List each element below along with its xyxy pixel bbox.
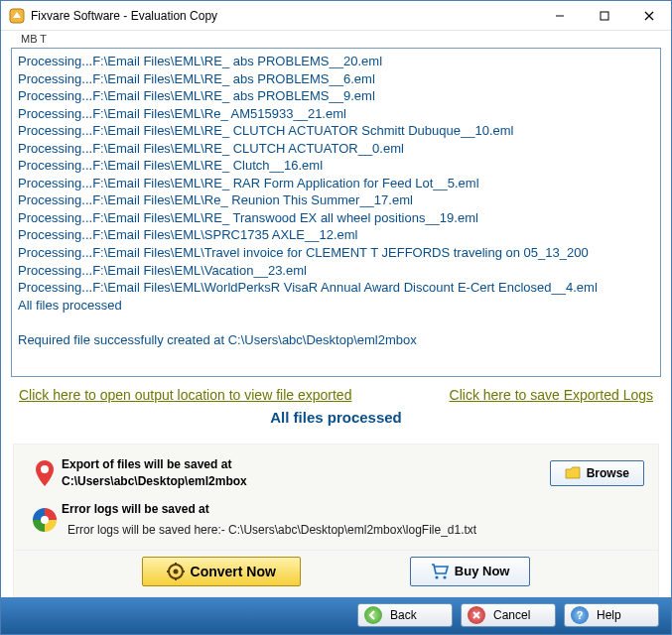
location-pin-icon (28, 458, 62, 488)
help-label: Help (597, 608, 621, 622)
error-text: Error logs will be saved at Error logs w… (62, 501, 535, 540)
log-line: Processing...F:\Email Files\EML\SPRC1735… (18, 226, 654, 244)
svg-point-8 (173, 569, 178, 573)
buy-label: Buy Now (455, 564, 510, 578)
log-line: Processing...F:\Email Files\EML\RE_ abs … (18, 70, 654, 88)
export-label: Export of files will be saved at (62, 456, 535, 473)
bottom-panel: Export of files will be saved at C:\User… (13, 444, 659, 551)
svg-point-13 (435, 575, 438, 578)
log-line: Processing...F:\Email Files\EML\RE_ CLUT… (18, 140, 654, 158)
log-line: Processing...F:\Email Files\EML\Re_ AM51… (18, 105, 654, 123)
log-line: Processing...F:\Email Files\EML\Vacation… (18, 262, 654, 280)
cancel-label: Cancel (493, 608, 530, 622)
log-line: Processing...F:\Email Files\EML\RE_ RAR … (18, 175, 654, 192)
convert-now-button[interactable]: Convert Now (142, 557, 301, 586)
action-bar: Convert Now Buy Now (13, 551, 659, 597)
close-button[interactable] (626, 1, 671, 30)
titlebar: Fixvare Software - Evaluation Copy (1, 1, 671, 31)
cancel-button[interactable]: Cancel (461, 603, 556, 627)
log-output[interactable]: Processing...F:\Email Files\EML\RE_ abs … (12, 49, 660, 376)
export-row: Export of files will be saved at C:\User… (28, 456, 644, 491)
log-line: Processing...F:\Email Files\EML\Travel i… (18, 244, 654, 262)
sub-header: MB T (1, 31, 671, 48)
cart-icon (431, 564, 449, 579)
log-line: Processing...F:\Email Files\EML\RE_ abs … (18, 53, 654, 70)
log-line: Processing...F:\Email Files\EML\WorldPer… (18, 279, 654, 297)
convert-label: Convert Now (191, 564, 276, 579)
browse-button[interactable]: Browse (550, 460, 644, 486)
help-icon: ? (571, 606, 589, 624)
svg-rect-2 (601, 12, 608, 20)
log-line: Processing...F:\Email Files\EML\Re_ Reun… (18, 191, 654, 209)
error-row: Error logs will be saved at Error logs w… (28, 501, 644, 540)
log-line (18, 314, 654, 331)
svg-point-14 (443, 575, 446, 578)
log-line: Processing...F:\Email Files\EML\RE_ Clut… (18, 157, 654, 175)
export-text: Export of files will be saved at C:\User… (62, 456, 535, 491)
log-line: Required file successfully created at C:… (18, 331, 654, 349)
window-buttons (537, 1, 671, 30)
browse-label: Browse (587, 466, 629, 480)
cancel-icon (468, 606, 485, 624)
open-output-link[interactable]: Click here to open output location to vi… (19, 387, 351, 403)
log-line: Processing...F:\Email Files\EML\RE_ abs … (18, 87, 654, 105)
window-title: Fixvare Software - Evaluation Copy (31, 9, 537, 23)
back-label: Back (390, 608, 417, 622)
log-line: Processing...F:\Email Files\EML\RE_ Tran… (18, 209, 654, 227)
minimize-button[interactable] (537, 1, 582, 30)
links-row: Click here to open output location to vi… (1, 383, 671, 405)
log-area-wrap: Processing...F:\Email Files\EML\RE_ abs … (11, 48, 661, 377)
back-icon (364, 606, 382, 624)
log-line: Processing...F:\Email Files\EML\RE_ CLUT… (18, 122, 654, 140)
app-icon (9, 8, 25, 24)
export-path: C:\Users\abc\Desktop\eml2mbox (62, 473, 535, 490)
maximize-button[interactable] (582, 1, 626, 30)
folder-icon (565, 466, 581, 480)
help-button[interactable]: ? Help (564, 603, 659, 627)
status-text: All files processed (1, 405, 671, 436)
save-logs-link[interactable]: Click here to save Exported Logs (450, 387, 653, 403)
buy-now-button[interactable]: Buy Now (410, 557, 531, 586)
bottom-nav: Back Cancel ? Help (1, 597, 671, 634)
back-button[interactable]: Back (357, 603, 453, 627)
content-area: MB T Processing...F:\Email Files\EML\RE_… (1, 31, 671, 634)
pie-chart-icon (28, 506, 62, 534)
error-label: Error logs will be saved at (62, 501, 535, 518)
app-window: Fixvare Software - Evaluation Copy MB T … (0, 0, 672, 635)
error-sub: Error logs will be saved here:- C:\Users… (67, 522, 535, 539)
log-line: All files processed (18, 297, 654, 315)
svg-point-6 (41, 516, 49, 524)
svg-point-5 (41, 465, 49, 473)
gear-icon (167, 563, 185, 580)
